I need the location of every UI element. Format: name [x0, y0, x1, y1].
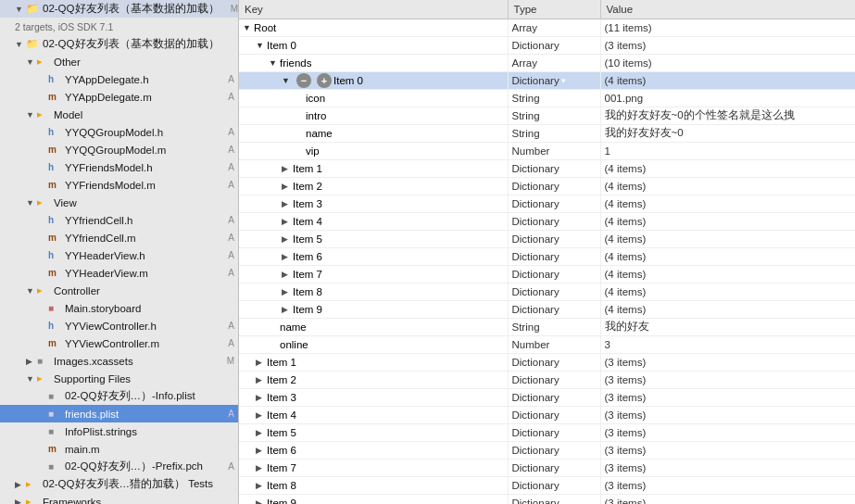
file-YYQQGroupModel-h[interactable]: h YYQQGroupModel.h A [0, 123, 238, 141]
table-row[interactable]: ▶Item 8Dictionary(4 items) [239, 283, 855, 300]
row-arrow-icon[interactable]: ▶ [282, 305, 293, 314]
file-YYfriendCell-m[interactable]: m YYfriendCell.m A [0, 229, 238, 246]
file-main-m[interactable]: m main.m [0, 440, 238, 458]
table-row[interactable]: ▶Item 1Dictionary(3 items) [239, 353, 855, 371]
group-tests[interactable]: ▶ ▸ 02-QQ好友列表…猎的加载） Tests [0, 475, 238, 493]
target-row[interactable]: ▼ 📁 02-QQ好友列表（基本数据的加载） [0, 35, 238, 53]
table-row[interactable]: ▶Item 7Dictionary(3 items) [239, 459, 855, 476]
table-row[interactable]: ▼RootArray(11 items) [239, 19, 855, 36]
row-arrow-icon[interactable]: ▶ [282, 199, 293, 208]
row-arrow-icon[interactable]: ▶ [256, 498, 267, 505]
table-row[interactable]: ▼−+Item 0Dictionary ▾(4 items) [239, 71, 855, 89]
row-key-label: Item 8 [293, 286, 504, 297]
row-arrow-icon[interactable]: ▼ [243, 23, 254, 32]
table-row[interactable]: ▼Item 0Dictionary(3 items) [239, 36, 855, 54]
table-row[interactable]: vipNumber1 [239, 142, 855, 159]
table-row[interactable]: ▶Item 5Dictionary(4 items) [239, 230, 855, 247]
table-row[interactable]: ▶Item 1Dictionary(4 items) [239, 159, 855, 177]
table-row[interactable]: nameString我的好友 [239, 318, 855, 335]
plus-button[interactable]: + [317, 73, 332, 88]
file-YYAppDelegate-m[interactable]: m YYAppDelegate.m A [0, 88, 238, 106]
table-row[interactable]: ▶Item 4Dictionary(4 items) [239, 212, 855, 230]
row-arrow-icon[interactable]: ▶ [282, 270, 293, 279]
row-arrow-icon[interactable]: ▶ [256, 393, 267, 402]
m-icon: m [48, 444, 63, 454]
table-row[interactable]: ▶Item 8Dictionary(3 items) [239, 476, 855, 494]
row-arrow-icon[interactable]: ▶ [256, 358, 267, 367]
row-type-cell: Dictionary [508, 300, 600, 318]
row-arrow-icon[interactable]: ▶ [256, 410, 267, 420]
file-YYViewController-h[interactable]: h YYViewController.h A [0, 317, 238, 334]
table-row[interactable]: introString我的好友好友~0的个性签名就是这么拽 [239, 107, 855, 124]
row-arrow-icon[interactable]: ▶ [282, 234, 293, 244]
group-controller[interactable]: ▼ ▸ Controller [0, 282, 238, 299]
group-model[interactable]: ▼ ▸ Model [0, 106, 238, 123]
row-arrow-icon[interactable]: ▶ [282, 252, 293, 261]
row-arrow-icon[interactable]: ▶ [256, 375, 267, 384]
group-frameworks[interactable]: ▶ ▸ Frameworks [0, 493, 238, 504]
row-arrow-icon[interactable]: ▶ [256, 428, 267, 437]
table-row[interactable]: ▶Item 2Dictionary(4 items) [239, 177, 855, 195]
file-friends-plist[interactable]: ■ friends.plist A [0, 405, 238, 422]
file-infoplist-strings[interactable]: ■ InfoPlist.strings [0, 422, 238, 440]
table-row[interactable]: ▶Item 6Dictionary(3 items) [239, 441, 855, 459]
file-main-storyboard[interactable]: ■ Main.storyboard [0, 299, 238, 317]
file-YYFriendsModel-h[interactable]: h YYFriendsModel.h A [0, 158, 238, 176]
row-arrow-icon[interactable]: ▶ [282, 287, 293, 296]
table-row[interactable]: ▶Item 3Dictionary(4 items) [239, 195, 855, 212]
table-row[interactable]: ▶Item 9Dictionary(4 items) [239, 300, 855, 318]
group-view[interactable]: ▼ ▸ View [0, 194, 238, 211]
row-arrow-icon[interactable]: ▼ [269, 58, 280, 68]
model-label: Model [54, 109, 238, 120]
minus-button[interactable]: − [296, 73, 311, 88]
type-dropdown-icon[interactable]: ▾ [561, 76, 566, 85]
group-other[interactable]: ▼ ▸ Other [0, 53, 238, 70]
row-key-label: Item 2 [267, 374, 504, 385]
row-arrow-icon[interactable]: ▼ [256, 41, 267, 50]
row-arrow-icon[interactable]: ▶ [256, 481, 267, 490]
group-supporting[interactable]: ▼ ▸ Supporting Files [0, 370, 238, 387]
row-arrow-icon[interactable]: ▼ [282, 76, 293, 85]
row-arrow-icon[interactable]: ▶ [282, 217, 293, 226]
table-row[interactable]: ▶Item 3Dictionary(3 items) [239, 388, 855, 406]
row-type-cell: Dictionary [508, 265, 600, 283]
file-YYfriendCell-h[interactable]: h YYfriendCell.h A [0, 211, 238, 229]
frameworks-label: Frameworks [43, 497, 238, 505]
file-images-xcassets[interactable]: ▶ ■ Images.xcassets M [0, 352, 238, 370]
file-prefix-pch[interactable]: ■ 02-QQ好友列…）-Prefix.pch A [0, 458, 238, 475]
row-arrow-icon[interactable]: ▶ [256, 446, 267, 455]
a-badge: A [228, 321, 234, 331]
row-type-cell: String [508, 107, 600, 124]
file-YYHeaderView-h[interactable]: h YYHeaderView.h A [0, 246, 238, 264]
file-info-plist[interactable]: ■ 02-QQ好友列…）-Info.plist [0, 387, 238, 405]
row-arrow-icon[interactable]: ▶ [282, 182, 293, 191]
row-type-cell: Array [508, 54, 600, 71]
row-type-cell: Dictionary [508, 371, 600, 388]
row-arrow-icon[interactable]: ▶ [256, 463, 267, 472]
table-row[interactable]: ▶Item 7Dictionary(4 items) [239, 265, 855, 283]
project-root[interactable]: ▼ 📁 02-QQ好友列表（基本数据的加载） M [0, 0, 238, 18]
row-arrow-icon[interactable]: ▶ [282, 164, 293, 173]
table-row[interactable]: nameString我的好友好友~0 [239, 124, 855, 142]
file-YYAppDelegate-h[interactable]: h YYAppDelegate.h A [0, 70, 238, 88]
table-row[interactable]: ▶Item 2Dictionary(3 items) [239, 371, 855, 388]
row-key-label: Item 1 [293, 163, 504, 174]
model-icon: ▸ [37, 108, 52, 120]
table-row[interactable]: ▶Item 5Dictionary(3 items) [239, 423, 855, 441]
file-YYQQGroupModel-m[interactable]: m YYQQGroupModel.m A [0, 141, 238, 158]
h-icon: h [48, 215, 63, 225]
table-row[interactable]: ▶Item 9Dictionary(3 items) [239, 494, 855, 504]
row-value-cell: (3 items) [600, 441, 855, 459]
file-YYFriendsModel-m[interactable]: m YYFriendsModel.m A [0, 176, 238, 194]
file-YYViewController-m[interactable]: m YYViewController.m A [0, 334, 238, 352]
a-badge: A [228, 409, 234, 419]
table-row[interactable]: ▶Item 4Dictionary(3 items) [239, 406, 855, 423]
table-row[interactable]: iconString001.png [239, 89, 855, 107]
sidebar[interactable]: ▼ 📁 02-QQ好友列表（基本数据的加载） M 2 targets, iOS … [0, 0, 239, 504]
row-key-label: Root [254, 22, 504, 33]
m-icon: m [48, 145, 63, 155]
table-row[interactable]: ▶Item 6Dictionary(4 items) [239, 247, 855, 265]
table-row[interactable]: onlineNumber3 [239, 335, 855, 353]
file-YYHeaderView-m[interactable]: m YYHeaderView.m A [0, 264, 238, 282]
table-row[interactable]: ▼friendsArray(10 items) [239, 54, 855, 71]
